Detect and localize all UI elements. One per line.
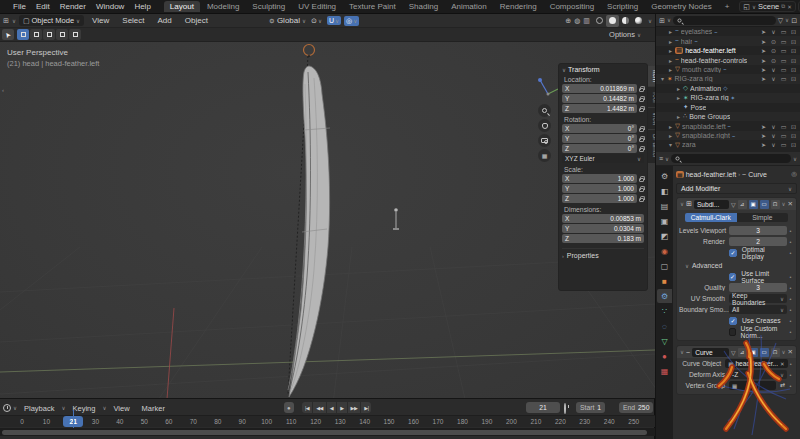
outliner-row[interactable]: ✦Pose	[656, 103, 800, 112]
animate-property-dot[interactable]: •	[787, 318, 794, 324]
eye-closed-icon[interactable]: ∨	[769, 141, 778, 148]
modifier-name-field[interactable]: Curve	[692, 348, 729, 357]
disable-render-icon[interactable]: ⊡	[789, 28, 798, 35]
outliner-row[interactable]: ▸▦head-feather.left➤⊙▭⊡	[656, 46, 800, 55]
chevron-down-icon[interactable]: ∨	[680, 201, 684, 207]
disclosure-right-icon[interactable]: ▸	[667, 123, 674, 130]
select-mode-extend[interactable]	[30, 29, 42, 40]
selectable-icon[interactable]: ➤	[759, 38, 768, 45]
app-menu-file[interactable]: File	[8, 2, 31, 11]
orientation-selector[interactable]: ⯐Global∨	[269, 16, 306, 25]
disclosure-right-icon[interactable]: ▸	[667, 47, 674, 54]
disclosure-right-icon[interactable]: ▸	[667, 57, 674, 64]
scene-tab[interactable]: ◩	[657, 229, 672, 243]
sidebar-tab-view[interactable]: View	[648, 108, 655, 130]
eye-closed-icon[interactable]: ∨	[769, 132, 778, 139]
scrollbar-thumb[interactable]	[2, 430, 647, 435]
realtime-toggle[interactable]: ▭	[760, 200, 769, 209]
scene-selector[interactable]: ◱∨ Scene ⧉ ✕	[739, 1, 795, 12]
outliner-row[interactable]: ▸◇Animation◇	[656, 84, 800, 93]
properties-editor-icon[interactable]: ≡	[659, 155, 663, 162]
disclosure-right-icon[interactable]: ▸	[667, 38, 674, 45]
add-modifier-button[interactable]: Add Modifier∨	[676, 183, 797, 194]
eye-open-icon[interactable]: ⊙	[769, 57, 778, 64]
toolbar-expand-icon[interactable]: ‹	[2, 87, 4, 93]
viewport-menu-select[interactable]: Select	[117, 16, 149, 25]
lock-icon[interactable]	[639, 98, 644, 102]
zoom-button[interactable]	[538, 104, 551, 117]
selectable-icon[interactable]: ➤	[759, 47, 768, 54]
render-toggle[interactable]: ⊡	[771, 348, 780, 357]
workspace-tab-uv-editing[interactable]: UV Editing	[292, 1, 342, 12]
workspace-tab-modeling[interactable]: Modeling	[201, 1, 245, 12]
curve-deform-axis-dropdown[interactable]: -Z∨	[729, 370, 787, 379]
subsurf-use-custom-norm--checkbox[interactable]	[729, 328, 736, 336]
active-tool-select-box[interactable]: ➤	[2, 29, 14, 40]
workspace-tab-rendering[interactable]: Rendering	[494, 1, 543, 12]
outliner-row[interactable]: ▸▽snapblade.right~➤∨▭⊡	[656, 131, 800, 140]
subsurf-uv-smooth-dropdown[interactable]: Keep Boundaries∨	[729, 294, 787, 303]
disclosure-right-icon[interactable]: ▸	[667, 132, 674, 139]
view-layer-tab[interactable]: ▣	[657, 214, 672, 228]
algorithm-tab-catmull-clark[interactable]: Catmull-Clark	[685, 213, 737, 222]
app-menu-edit[interactable]: Edit	[31, 2, 55, 11]
animate-property-dot[interactable]: •	[787, 250, 794, 256]
close-icon[interactable]: ✕	[787, 4, 792, 10]
physics-tab[interactable]: ◌	[657, 319, 672, 333]
play-button[interactable]: ▶	[337, 402, 346, 413]
disable-render-icon[interactable]: ⊡	[789, 141, 798, 148]
animate-property-dot[interactable]: •	[787, 285, 794, 291]
modifiers-tab[interactable]: ⚙	[657, 289, 672, 303]
clear-icon[interactable]: ✕	[780, 361, 785, 367]
lock-icon[interactable]	[639, 198, 644, 202]
realtime-toggle[interactable]: ▭	[760, 348, 769, 357]
lock-icon[interactable]	[639, 188, 644, 192]
render-toggle[interactable]: ⊡	[771, 200, 780, 209]
timeline-menu-view[interactable]: View	[108, 404, 134, 413]
disclosure-down-icon[interactable]: ▾	[659, 75, 666, 82]
properties-subpanel-header[interactable]: ›Properties	[562, 248, 644, 259]
extras-dropdown-icon[interactable]: ∨	[782, 349, 786, 355]
eye-closed-icon[interactable]: ∨	[769, 75, 778, 82]
lock-icon[interactable]	[639, 128, 644, 132]
workspace-tab-scripting[interactable]: Scripting	[601, 1, 644, 12]
output-tab[interactable]: ▤	[657, 199, 672, 213]
workspace-tab-shading[interactable]: Shading	[403, 1, 444, 12]
viewport-menu-view[interactable]: View	[87, 16, 114, 25]
rotation-y-field[interactable]: Y0°	[562, 134, 637, 143]
modifier-name-field[interactable]: Subdi...	[694, 200, 729, 209]
workspace-tab-layout[interactable]: Layout	[164, 1, 200, 12]
rotation-mode-dropdown[interactable]: XYZ Euler∨	[562, 154, 644, 163]
tool-options-dropdown[interactable]: Options∨	[609, 30, 641, 39]
filter-settings-icon[interactable]: ⊡	[791, 17, 797, 24]
delete-modifier-icon[interactable]: ✕	[788, 200, 793, 208]
shading-rendered-button[interactable]	[632, 15, 645, 27]
chevron-down-icon[interactable]: ∨	[680, 349, 684, 355]
selectable-icon[interactable]: ➤	[759, 75, 768, 82]
disclosure-down-icon[interactable]: ▾	[667, 141, 674, 148]
current-frame-field[interactable]: 21	[526, 402, 560, 413]
curve-curve-object-object-field[interactable]: ▦head-feather...✕	[725, 359, 787, 368]
viewport-menu-add[interactable]: Add	[153, 16, 177, 25]
tool-tab[interactable]: ⚙	[657, 169, 672, 183]
disable-viewport-icon[interactable]: ▭	[779, 28, 788, 35]
workspace-tab-texture-paint[interactable]: Texture Paint	[343, 1, 402, 12]
auto-keying-button[interactable]: ●	[284, 402, 294, 413]
sidebar-tab-tool[interactable]: Tool	[648, 87, 655, 107]
render-tab[interactable]: ◧	[657, 184, 672, 198]
outliner-row[interactable]: ▸▽snapblade.left~➤∨▭⊡	[656, 121, 800, 130]
particles-tab[interactable]: ∵	[657, 304, 672, 318]
animate-property-dot[interactable]: •	[787, 383, 794, 389]
disable-viewport-icon[interactable]: ▭	[779, 75, 788, 82]
selectable-icon[interactable]: ➤	[759, 123, 768, 130]
select-mode-subtract[interactable]	[43, 29, 55, 40]
disclosure-right-icon[interactable]: ▸	[675, 113, 682, 120]
lock-icon[interactable]	[639, 88, 644, 92]
use-preview-range-icon[interactable]	[564, 403, 566, 414]
select-mode-invert[interactable]	[56, 29, 68, 40]
perspective-toggle-button[interactable]: ▦	[538, 149, 551, 162]
timeline-editor-icon[interactable]	[3, 404, 11, 412]
subsurf-levels-viewport-number-field[interactable]: 3	[729, 226, 787, 235]
editor-type-icon[interactable]: ⊞	[3, 17, 9, 24]
dimensions-x-field[interactable]: X0.00853 m	[562, 214, 644, 223]
